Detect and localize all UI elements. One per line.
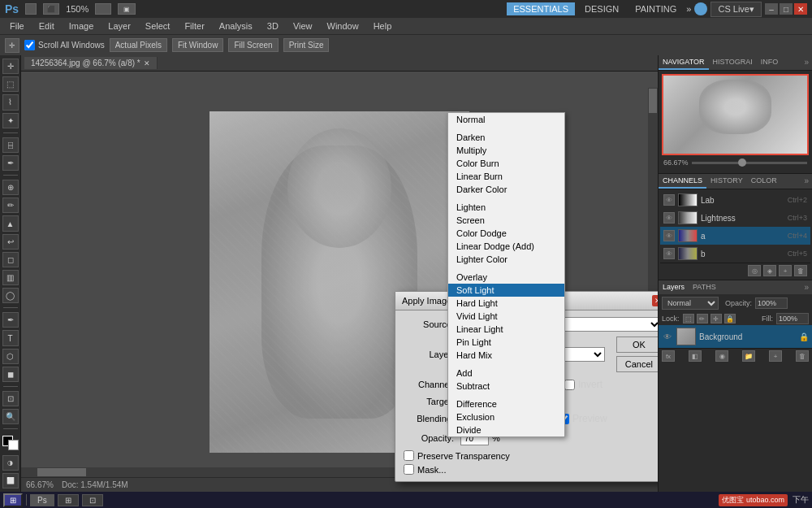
channel-eye-lightness[interactable]: 👁 xyxy=(663,212,675,224)
menu-layer[interactable]: Layer xyxy=(102,20,137,32)
document-tab[interactable]: 14256364.jpg @ 66.7% (a/8) * ✕ xyxy=(24,57,158,69)
layer-new-btn[interactable]: + xyxy=(769,350,782,362)
channel-load-btn[interactable]: ◎ xyxy=(748,265,761,276)
blend-linear-light[interactable]: Linear Light xyxy=(448,323,564,336)
layer-visibility-eye[interactable]: 👁 xyxy=(662,331,673,342)
layer-mask-btn[interactable]: ◧ xyxy=(689,350,702,362)
tool-shape[interactable]: ◼ xyxy=(2,367,19,382)
channel-new-btn[interactable]: + xyxy=(779,265,792,276)
blend-vivid-light[interactable]: Vivid Light xyxy=(448,310,564,323)
blend-darker-color[interactable]: Darker Color xyxy=(448,183,564,196)
menu-analysis[interactable]: Analysis xyxy=(213,20,259,32)
zoom-slider[interactable]: 66.67% xyxy=(662,155,809,170)
tab-channels[interactable]: CHANNELS xyxy=(659,174,706,189)
tool-3d[interactable]: ⊡ xyxy=(2,391,19,406)
tool-dodge[interactable]: ◯ xyxy=(2,288,19,303)
tool-marquee[interactable]: ⬚ xyxy=(2,76,19,92)
tool-eraser[interactable]: ◻ xyxy=(2,252,19,267)
menu-image[interactable]: Image xyxy=(63,20,101,32)
menu-file[interactable]: File xyxy=(3,20,31,32)
blend-linear-burn[interactable]: Linear Burn xyxy=(448,170,564,183)
channel-lab[interactable]: 👁 Lab Ctrl+2 xyxy=(660,191,810,209)
painting-button[interactable]: PAINTING xyxy=(628,2,683,15)
design-button[interactable]: DESIGN xyxy=(578,2,625,15)
fill-input[interactable] xyxy=(776,313,809,324)
blend-lighten[interactable]: Lighten xyxy=(448,201,564,214)
taskbar-app-3[interactable]: ⊡ xyxy=(82,494,103,506)
start-button[interactable]: ⊞ xyxy=(3,493,23,507)
zoom-thumb[interactable] xyxy=(738,158,746,167)
tab-color[interactable]: COLOR xyxy=(747,174,781,189)
blend-pin-light[interactable]: Pin Light xyxy=(448,336,564,349)
channel-a[interactable]: 👁 a Ctrl+4 xyxy=(660,227,810,245)
taskbar-app-2[interactable]: ⊞ xyxy=(58,494,79,506)
invert-checkbox[interactable] xyxy=(564,380,575,390)
blend-exclusion[interactable]: Exclusion xyxy=(448,410,564,423)
menu-help[interactable]: Help xyxy=(367,20,399,32)
blend-lighter-color[interactable]: Lighter Color xyxy=(448,253,564,266)
channel-b[interactable]: 👁 b Ctrl+5 xyxy=(660,245,810,263)
menu-select[interactable]: Select xyxy=(139,20,177,32)
blend-multiply[interactable]: Multiply xyxy=(448,144,564,157)
restore-button[interactable]: □ xyxy=(780,3,793,15)
cs-live-button[interactable]: CS Live▾ xyxy=(710,2,762,17)
lock-all-btn[interactable]: 🔒 xyxy=(724,314,736,323)
tool-quickmask[interactable]: ◑ xyxy=(2,455,19,471)
tool-heal[interactable]: ⊕ xyxy=(2,180,19,195)
tool-screenmode[interactable]: ⬜ xyxy=(2,473,19,488)
vertical-scrollbar-thumb[interactable] xyxy=(649,89,657,113)
tool-path[interactable]: ⬡ xyxy=(2,349,19,364)
channel-eye-a[interactable]: 👁 xyxy=(663,230,675,241)
lock-move-btn[interactable]: ✛ xyxy=(710,314,722,323)
channel-delete-btn[interactable]: 🗑 xyxy=(794,265,807,276)
blend-overlay[interactable]: Overlay xyxy=(448,271,564,284)
channel-eye-b[interactable]: 👁 xyxy=(663,248,675,259)
tool-gradient[interactable]: ▥ xyxy=(2,270,19,285)
move-tool-icon[interactable]: ✛ xyxy=(5,38,19,53)
layer-background[interactable]: 👁 Background 🔒 xyxy=(659,325,812,348)
cancel-button[interactable]: Cancel xyxy=(616,356,658,372)
tool-brush[interactable]: ✏ xyxy=(2,198,19,213)
zoom-track[interactable] xyxy=(692,162,807,164)
ok-button[interactable]: OK xyxy=(616,336,658,353)
blend-color-dodge[interactable]: Color Dodge xyxy=(448,227,564,240)
blend-divide[interactable]: Divide xyxy=(448,423,564,436)
layer-mode-select[interactable]: Normal xyxy=(662,297,719,310)
blend-subtract[interactable]: Subtract xyxy=(448,380,564,393)
channels-panel-arrow[interactable]: » xyxy=(801,174,812,189)
tab-paths[interactable]: PATHS xyxy=(689,280,720,294)
tool-crop[interactable]: ⌸ xyxy=(2,137,19,153)
menu-window[interactable]: Window xyxy=(321,20,365,32)
blend-difference[interactable]: Difference xyxy=(448,397,564,410)
dialog-close-button[interactable]: ✕ xyxy=(652,295,658,306)
blend-linear-dodge[interactable]: Linear Dodge (Add) xyxy=(448,240,564,253)
tab-histogram[interactable]: HISTOGRAI xyxy=(709,55,757,70)
preserve-checkbox[interactable] xyxy=(404,450,414,461)
mask-checkbox[interactable] xyxy=(404,464,414,475)
taskbar-app-ps[interactable]: Ps xyxy=(30,494,54,506)
minimize-button[interactable]: – xyxy=(765,3,778,15)
menu-filter[interactable]: Filter xyxy=(178,20,210,32)
layers-panel-arrow[interactable]: » xyxy=(801,280,812,294)
tool-history[interactable]: ↩ xyxy=(2,234,19,250)
fill-screen-button[interactable]: Fill Screen xyxy=(228,38,278,52)
tab-close-button[interactable]: ✕ xyxy=(144,59,150,67)
menu-view[interactable]: View xyxy=(287,20,319,32)
close-button[interactable]: ✕ xyxy=(794,3,807,15)
scroll-all-checkbox[interactable] xyxy=(24,40,35,50)
tool-magic[interactable]: ✦ xyxy=(2,113,19,128)
background-color[interactable] xyxy=(8,440,19,450)
tab-navigator[interactable]: NAVIGATOR xyxy=(659,55,709,70)
blend-hard-mix[interactable]: Hard Mix xyxy=(448,349,564,362)
menu-edit[interactable]: Edit xyxy=(32,20,61,32)
layer-adjustment-btn[interactable]: ◉ xyxy=(715,350,728,362)
channel-eye-lab[interactable]: 👁 xyxy=(663,194,675,206)
panel-arrow[interactable]: » xyxy=(801,55,812,70)
actual-pixels-button[interactable]: Actual Pixels xyxy=(110,38,167,52)
tool-move[interactable]: ✛ xyxy=(2,59,19,74)
layer-group-btn[interactable]: 📁 xyxy=(742,350,755,362)
tab-layers[interactable]: Layers xyxy=(659,280,689,294)
foreground-background-colors[interactable] xyxy=(2,436,19,449)
horizontal-scrollbar-thumb[interactable] xyxy=(37,468,86,476)
blend-hard-light[interactable]: Hard Light xyxy=(448,297,564,310)
